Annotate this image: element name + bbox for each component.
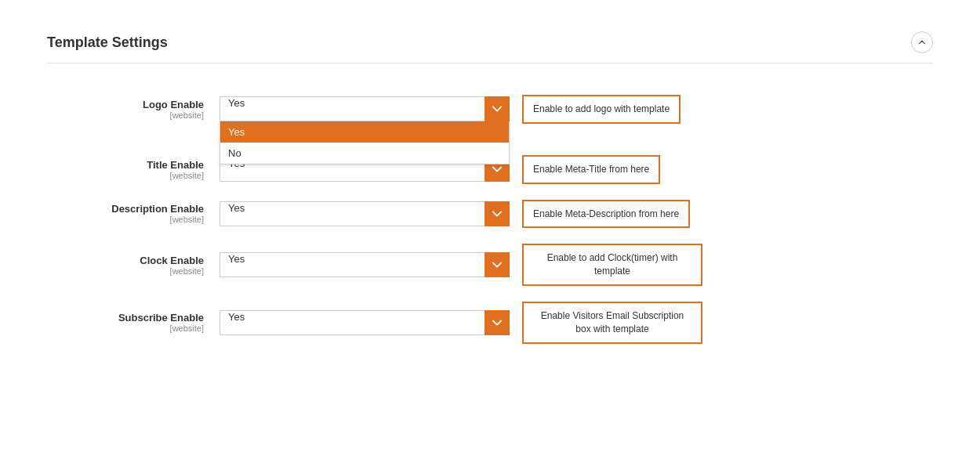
description-enable-label-wrap: Description Enable [website] xyxy=(47,203,220,224)
page-wrapper: Template Settings Logo Enable [website] … xyxy=(0,0,980,470)
description-enable-scope: [website] xyxy=(47,215,204,224)
subscribe-enable-select-wrapper[interactable]: Yes xyxy=(220,310,510,335)
description-enable-row: Description Enable [website] Yes Enable … xyxy=(47,200,933,229)
subscribe-enable-select-display[interactable]: Yes xyxy=(220,310,510,335)
title-enable-tooltip: Enable Meta-Title from here xyxy=(522,155,660,184)
clock-enable-select-wrapper[interactable]: Yes xyxy=(220,252,510,277)
clock-enable-row: Clock Enable [website] Yes Enable to add… xyxy=(47,244,933,286)
clock-enable-label: Clock Enable xyxy=(47,255,204,266)
title-enable-scope: [website] xyxy=(47,171,204,180)
subscribe-enable-row: Subscribe Enable [website] Yes Enable Vi… xyxy=(47,302,933,344)
form-section: Logo Enable [website] Yes Yes No Enable … xyxy=(47,87,933,367)
logo-enable-select-display[interactable]: Yes xyxy=(220,96,510,121)
section-header: Template Settings xyxy=(47,31,933,63)
logo-enable-row: Logo Enable [website] Yes Yes No Enable … xyxy=(47,95,933,124)
section-title: Template Settings xyxy=(47,34,168,51)
title-enable-label-wrap: Title Enable [website] xyxy=(47,159,220,180)
clock-enable-scope: [website] xyxy=(47,266,204,276)
subscribe-enable-label: Subscribe Enable xyxy=(47,312,204,324)
clock-enable-select-display[interactable]: Yes xyxy=(220,252,510,277)
chevron-up-icon xyxy=(916,37,927,48)
subscribe-enable-label-wrap: Subscribe Enable [website] xyxy=(47,312,220,333)
logo-enable-option-no[interactable]: No xyxy=(220,143,509,164)
logo-enable-option-yes[interactable]: Yes xyxy=(220,121,509,143)
subscribe-enable-tooltip: Enable Visitors Email Subscription box w… xyxy=(522,302,702,344)
title-enable-label: Title Enable xyxy=(47,159,204,171)
description-enable-select-display[interactable]: Yes xyxy=(220,201,510,226)
clock-enable-label-wrap: Clock Enable [website] xyxy=(47,255,220,276)
description-enable-tooltip: Enable Meta-Description from here xyxy=(522,200,690,229)
logo-enable-select-wrapper[interactable]: Yes Yes No xyxy=(220,96,510,121)
collapse-button[interactable] xyxy=(911,31,933,53)
logo-enable-dropdown[interactable]: Yes No xyxy=(220,121,510,164)
logo-enable-tooltip: Enable to add logo with template xyxy=(522,95,681,124)
subscribe-enable-scope: [website] xyxy=(47,324,204,333)
logo-enable-label-wrap: Logo Enable [website] xyxy=(47,99,220,120)
clock-enable-tooltip: Enable to add Clock(timer) with template xyxy=(522,244,702,286)
logo-enable-label: Logo Enable xyxy=(47,99,204,110)
description-enable-label: Description Enable xyxy=(47,203,204,215)
logo-enable-scope: [website] xyxy=(47,110,204,120)
description-enable-select-wrapper[interactable]: Yes xyxy=(220,201,510,226)
